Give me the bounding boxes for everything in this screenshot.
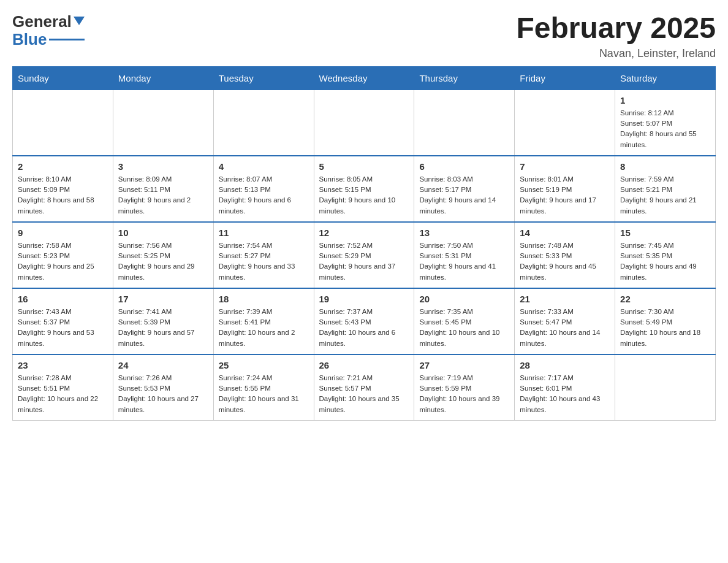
day-number: 12 [319, 228, 409, 238]
day-number: 17 [118, 294, 208, 304]
table-row: 23Sunrise: 7:28 AMSunset: 5:51 PMDayligh… [13, 354, 113, 421]
day-number: 25 [219, 360, 309, 370]
day-info: Sunrise: 8:09 AMSunset: 5:11 PMDaylight:… [118, 174, 208, 216]
day-info: Sunrise: 7:35 AMSunset: 5:45 PMDaylight:… [419, 307, 509, 349]
table-row: 1Sunrise: 8:12 AMSunset: 5:07 PMDaylight… [615, 90, 716, 156]
logo-arrow-icon [74, 17, 85, 25]
page-header: General Blue February 2025 Navan, Leinst… [12, 12, 716, 60]
day-info: Sunrise: 7:45 AMSunset: 5:35 PMDaylight:… [620, 240, 710, 283]
day-number: 22 [620, 294, 710, 304]
table-row: 25Sunrise: 7:24 AMSunset: 5:55 PMDayligh… [213, 354, 314, 421]
day-info: Sunrise: 7:54 AMSunset: 5:27 PMDaylight:… [219, 240, 309, 283]
day-info: Sunrise: 7:33 AMSunset: 5:47 PMDaylight:… [520, 307, 610, 349]
day-number: 16 [18, 294, 108, 304]
day-number: 1 [620, 95, 710, 105]
day-number: 7 [520, 161, 610, 172]
day-number: 6 [419, 161, 509, 172]
day-info: Sunrise: 7:56 AMSunset: 5:25 PMDaylight:… [118, 240, 208, 283]
day-info: Sunrise: 7:59 AMSunset: 5:21 PMDaylight:… [620, 174, 710, 216]
day-number: 15 [620, 228, 710, 238]
table-row: 7Sunrise: 8:01 AMSunset: 5:19 PMDaylight… [515, 156, 615, 222]
table-row: 10Sunrise: 7:56 AMSunset: 5:25 PMDayligh… [113, 222, 213, 288]
table-row: 6Sunrise: 8:03 AMSunset: 5:17 PMDaylight… [414, 156, 515, 222]
calendar-header-row: Sunday Monday Tuesday Wednesday Thursday… [13, 66, 716, 90]
header-friday: Friday [515, 66, 615, 90]
month-title: February 2025 [516, 12, 716, 45]
day-info: Sunrise: 8:05 AMSunset: 5:15 PMDaylight:… [319, 174, 409, 216]
day-info: Sunrise: 7:52 AMSunset: 5:29 PMDaylight:… [319, 240, 409, 283]
table-row: 3Sunrise: 8:09 AMSunset: 5:11 PMDaylight… [113, 156, 213, 222]
table-row: 16Sunrise: 7:43 AMSunset: 5:37 PMDayligh… [13, 288, 113, 354]
table-row: 28Sunrise: 7:17 AMSunset: 6:01 PMDayligh… [515, 354, 615, 421]
day-number: 14 [520, 228, 610, 238]
calendar-week-row: 2Sunrise: 8:10 AMSunset: 5:09 PMDaylight… [13, 156, 716, 222]
day-info: Sunrise: 7:50 AMSunset: 5:31 PMDaylight:… [419, 240, 509, 283]
table-row [414, 90, 515, 156]
day-info: Sunrise: 7:48 AMSunset: 5:33 PMDaylight:… [520, 240, 610, 283]
table-row: 8Sunrise: 7:59 AMSunset: 5:21 PMDaylight… [615, 156, 716, 222]
day-number: 18 [219, 294, 309, 304]
day-number: 21 [520, 294, 610, 304]
table-row: 11Sunrise: 7:54 AMSunset: 5:27 PMDayligh… [213, 222, 314, 288]
day-number: 13 [419, 228, 509, 238]
header-thursday: Thursday [414, 66, 515, 90]
table-row: 5Sunrise: 8:05 AMSunset: 5:15 PMDaylight… [314, 156, 414, 222]
day-number: 5 [319, 161, 409, 172]
calendar-week-row: 23Sunrise: 7:28 AMSunset: 5:51 PMDayligh… [13, 354, 716, 421]
table-row: 18Sunrise: 7:39 AMSunset: 5:41 PMDayligh… [213, 288, 314, 354]
calendar-week-row: 16Sunrise: 7:43 AMSunset: 5:37 PMDayligh… [13, 288, 716, 354]
day-number: 23 [18, 360, 108, 370]
day-number: 3 [118, 161, 208, 172]
table-row: 21Sunrise: 7:33 AMSunset: 5:47 PMDayligh… [515, 288, 615, 354]
day-number: 26 [319, 360, 409, 370]
logo-general-text: General [12, 12, 72, 31]
day-info: Sunrise: 7:24 AMSunset: 5:55 PMDaylight:… [219, 373, 309, 415]
day-info: Sunrise: 8:07 AMSunset: 5:13 PMDaylight:… [219, 174, 309, 216]
day-number: 9 [18, 228, 108, 238]
table-row: 4Sunrise: 8:07 AMSunset: 5:13 PMDaylight… [213, 156, 314, 222]
calendar-table: Sunday Monday Tuesday Wednesday Thursday… [12, 66, 716, 421]
day-number: 4 [219, 161, 309, 172]
day-info: Sunrise: 7:26 AMSunset: 5:53 PMDaylight:… [118, 373, 208, 415]
title-area: February 2025 Navan, Leinster, Ireland [516, 12, 716, 60]
day-info: Sunrise: 7:39 AMSunset: 5:41 PMDaylight:… [219, 307, 309, 349]
day-number: 8 [620, 161, 710, 172]
day-info: Sunrise: 7:37 AMSunset: 5:43 PMDaylight:… [319, 307, 409, 349]
day-number: 19 [319, 294, 409, 304]
day-info: Sunrise: 7:30 AMSunset: 5:49 PMDaylight:… [620, 307, 710, 349]
table-row [314, 90, 414, 156]
header-monday: Monday [113, 66, 213, 90]
table-row [113, 90, 213, 156]
logo-underline [49, 39, 84, 40]
table-row [13, 90, 113, 156]
logo: General Blue [12, 12, 85, 49]
header-tuesday: Tuesday [213, 66, 314, 90]
table-row: 19Sunrise: 7:37 AMSunset: 5:43 PMDayligh… [314, 288, 414, 354]
day-info: Sunrise: 7:41 AMSunset: 5:39 PMDaylight:… [118, 307, 208, 349]
table-row: 24Sunrise: 7:26 AMSunset: 5:53 PMDayligh… [113, 354, 213, 421]
table-row: 9Sunrise: 7:58 AMSunset: 5:23 PMDaylight… [13, 222, 113, 288]
day-number: 20 [419, 294, 509, 304]
day-number: 11 [219, 228, 309, 238]
table-row: 15Sunrise: 7:45 AMSunset: 5:35 PMDayligh… [615, 222, 716, 288]
table-row: 13Sunrise: 7:50 AMSunset: 5:31 PMDayligh… [414, 222, 515, 288]
table-row [515, 90, 615, 156]
day-number: 24 [118, 360, 208, 370]
table-row: 14Sunrise: 7:48 AMSunset: 5:33 PMDayligh… [515, 222, 615, 288]
day-number: 28 [520, 360, 610, 370]
day-info: Sunrise: 8:01 AMSunset: 5:19 PMDaylight:… [520, 174, 610, 216]
calendar-week-row: 1Sunrise: 8:12 AMSunset: 5:07 PMDaylight… [13, 90, 716, 156]
calendar-week-row: 9Sunrise: 7:58 AMSunset: 5:23 PMDaylight… [13, 222, 716, 288]
day-number: 27 [419, 360, 509, 370]
location-subtitle: Navan, Leinster, Ireland [516, 47, 716, 60]
table-row [213, 90, 314, 156]
table-row: 12Sunrise: 7:52 AMSunset: 5:29 PMDayligh… [314, 222, 414, 288]
header-sunday: Sunday [13, 66, 113, 90]
day-info: Sunrise: 8:03 AMSunset: 5:17 PMDaylight:… [419, 174, 509, 216]
day-number: 2 [18, 161, 108, 172]
table-row: 26Sunrise: 7:21 AMSunset: 5:57 PMDayligh… [314, 354, 414, 421]
day-info: Sunrise: 7:58 AMSunset: 5:23 PMDaylight:… [18, 240, 108, 283]
day-info: Sunrise: 8:10 AMSunset: 5:09 PMDaylight:… [18, 174, 108, 216]
day-info: Sunrise: 7:19 AMSunset: 5:59 PMDaylight:… [419, 373, 509, 415]
logo-blue-text: Blue [12, 30, 47, 49]
